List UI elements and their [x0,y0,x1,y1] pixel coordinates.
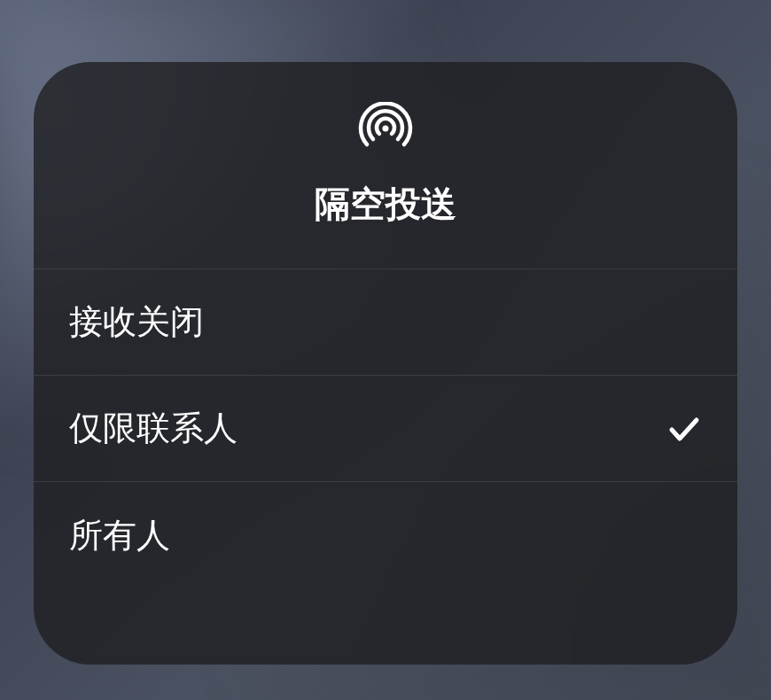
option-label: 接收关闭 [69,299,204,345]
option-label: 所有人 [69,513,170,558]
checkmark-icon [666,411,702,447]
option-label: 仅限联系人 [69,406,238,451]
airdrop-panel: 隔空投送 接收关闭 仅限联系人 所有人 [34,62,737,665]
option-everyone[interactable]: 所有人 [34,482,737,588]
option-contacts-only[interactable]: 仅限联系人 [34,376,737,482]
option-receiving-off[interactable]: 接收关闭 [34,269,737,376]
options-list: 接收关闭 仅限联系人 所有人 [34,269,737,665]
panel-header: 隔空投送 [34,62,737,269]
airdrop-icon [357,102,414,159]
panel-title: 隔空投送 [315,180,456,229]
svg-point-0 [383,126,389,132]
